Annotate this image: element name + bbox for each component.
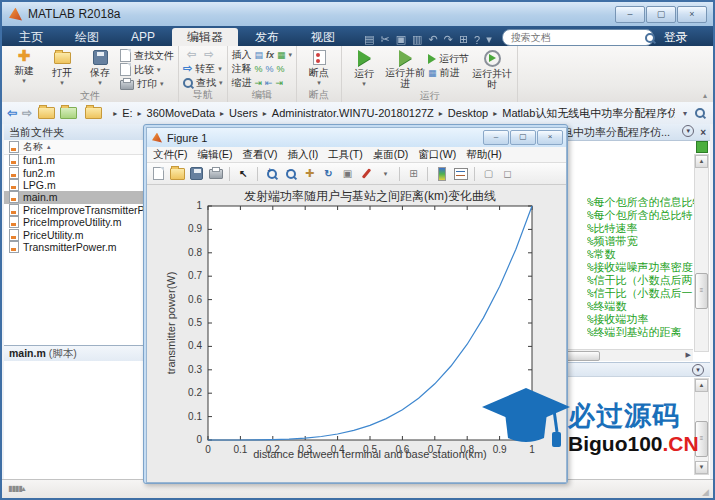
- zoom-in-icon[interactable]: +: [264, 166, 279, 181]
- rotate-3d-icon[interactable]: ↻: [321, 166, 336, 181]
- new-figure-icon[interactable]: [151, 166, 166, 181]
- forward-icon[interactable]: ⇨: [204, 48, 213, 61]
- pan-icon[interactable]: ✚: [302, 166, 317, 181]
- breadcrumb-item[interactable]: 360MoveData: [147, 107, 216, 119]
- goto-button[interactable]: ⇨ 转至▾: [183, 62, 222, 75]
- run-button[interactable]: 运行▾: [346, 48, 382, 86]
- file-row[interactable]: PriceImproveTransmitterPower.m: [4, 204, 154, 216]
- file-row[interactable]: main.m: [4, 191, 154, 203]
- figure-menu-5[interactable]: 桌面(D): [373, 148, 409, 162]
- data-cursor-icon[interactable]: ▣: [340, 166, 355, 181]
- breadcrumb-item[interactable]: Administrator.WIN7U-20180127Z: [272, 107, 434, 119]
- tab-5[interactable]: 视图: [296, 28, 350, 46]
- forward-nav-icon[interactable]: ⇨: [22, 106, 32, 120]
- file-row[interactable]: fun1.m: [4, 154, 154, 166]
- file-row[interactable]: PriceUtility.m: [4, 228, 154, 240]
- open-button[interactable]: 打开▾: [44, 48, 80, 85]
- paste-icon[interactable]: ▥: [412, 33, 422, 46]
- tab-4[interactable]: 发布: [240, 28, 294, 46]
- tab-0[interactable]: 主页: [4, 28, 58, 46]
- dropdown-icon[interactable]: ▾: [486, 33, 492, 46]
- back-nav-icon[interactable]: ⇦: [7, 106, 17, 120]
- redo-icon[interactable]: ↷: [444, 33, 453, 46]
- comment-button[interactable]: 注释 % % %: [232, 62, 285, 75]
- link-plots-icon[interactable]: ⊞: [406, 166, 421, 181]
- zoom-out-icon[interactable]: −: [283, 166, 298, 181]
- lower-panel-menu-icon[interactable]: ▾: [692, 364, 704, 376]
- name-column-header[interactable]: 名称 ▴: [4, 140, 154, 155]
- browse-folder-icon[interactable]: [60, 107, 77, 119]
- advance-button[interactable]: ▦ 前进: [428, 66, 469, 79]
- figure-titlebar[interactable]: Figure 1 – ▢ ×: [147, 128, 566, 147]
- scroll-up-icon[interactable]: ▲: [695, 155, 708, 168]
- minimize-button[interactable]: –: [615, 6, 645, 23]
- compare-button[interactable]: 比较▾: [120, 63, 174, 76]
- scroll-right-icon[interactable]: ▶: [686, 351, 691, 359]
- maximize-button[interactable]: ▢: [646, 6, 676, 23]
- editor-vscroll-thumb[interactable]: ≡: [695, 273, 708, 309]
- doc-search-box[interactable]: [502, 29, 654, 46]
- brush-dropdown-icon[interactable]: ▾: [378, 166, 393, 181]
- insert-colorbar-icon[interactable]: [434, 166, 449, 181]
- find-files-button[interactable]: 查找文件: [120, 49, 174, 62]
- breadcrumb-item[interactable]: Desktop: [448, 107, 488, 119]
- undo-icon[interactable]: ↶: [428, 33, 437, 46]
- breadcrumb-item[interactable]: E:: [122, 107, 132, 119]
- figure-menu-7[interactable]: 帮助(H): [466, 148, 502, 162]
- tab-2[interactable]: APP: [116, 28, 170, 46]
- figure-menu-6[interactable]: 窗口(W): [418, 148, 456, 162]
- indent-button[interactable]: 缩进 ⇥ ⇤ ⇥: [232, 76, 284, 89]
- pointer-icon[interactable]: ↖: [236, 166, 251, 181]
- search-icon[interactable]: [645, 33, 655, 43]
- dock-figure-icon[interactable]: ▢: [481, 166, 496, 181]
- editor-dock-icon[interactable]: ▾: [682, 125, 694, 137]
- figure-close-button[interactable]: ×: [537, 130, 563, 145]
- address-search-icon[interactable]: [695, 108, 705, 118]
- file-row[interactable]: TransmitterPower.m: [4, 241, 154, 253]
- up-folder-icon[interactable]: [38, 107, 55, 119]
- address-dropdown-icon[interactable]: ▾: [683, 109, 687, 118]
- find-button[interactable]: 查找▾: [183, 76, 223, 89]
- close-button[interactable]: ×: [677, 6, 707, 23]
- ribbon-collapse-icon[interactable]: ▴: [703, 91, 707, 100]
- cut-icon[interactable]: ✂: [380, 33, 389, 46]
- titlebar[interactable]: MATLAB R2018a – ▢ ×: [2, 2, 713, 27]
- figure-maximize-button[interactable]: ▢: [510, 130, 536, 145]
- help-icon[interactable]: ?: [474, 34, 480, 46]
- figure-minimize-button[interactable]: –: [483, 130, 509, 145]
- figure-menu-2[interactable]: 查看(V): [242, 148, 277, 162]
- back-icon[interactable]: ⇦: [187, 48, 196, 61]
- figure-menu-3[interactable]: 插入(I): [287, 148, 318, 162]
- run-advance-button[interactable]: 运行并前进: [384, 48, 426, 89]
- signin-button[interactable]: 登录: [664, 29, 688, 46]
- breadcrumb-item[interactable]: Matlab认知无线电中功率分配程序仿真: [502, 106, 675, 121]
- figure-menu-0[interactable]: 文件(F): [153, 148, 187, 162]
- community-icon[interactable]: ⊞: [459, 33, 468, 46]
- figure-menu-4[interactable]: 工具(T): [328, 148, 362, 162]
- undock-figure-icon[interactable]: ◻: [500, 166, 515, 181]
- tab-1[interactable]: 绘图: [60, 28, 114, 46]
- breakpoints-button[interactable]: 断点▾: [301, 48, 337, 85]
- file-row[interactable]: LPG.m: [4, 179, 154, 191]
- copy-icon[interactable]: ▣: [396, 33, 406, 46]
- code-analyzer-indicator[interactable]: [696, 141, 708, 153]
- minimized-strip-icon[interactable]: ▮▮▮▮▴: [8, 484, 25, 493]
- figure-menu-1[interactable]: 编辑(E): [197, 148, 232, 162]
- editor-close-icon[interactable]: ×: [700, 125, 706, 141]
- resize-grip-icon[interactable]: ◢: [702, 487, 709, 497]
- current-folder-title[interactable]: 当前文件夹: [4, 124, 154, 141]
- print-button[interactable]: 打印▾: [120, 77, 174, 90]
- brush-icon[interactable]: [359, 166, 374, 181]
- editor-vscrollbar[interactable]: ▲ ≡: [694, 154, 709, 352]
- insert-button[interactable]: 插入 ▤ fx ▦ ▾: [232, 48, 293, 61]
- print-figure-icon[interactable]: [208, 166, 223, 181]
- file-row[interactable]: PriceImproveUtility.m: [4, 216, 154, 228]
- new-button[interactable]: ✚ 新建▾: [6, 48, 42, 83]
- search-input[interactable]: [509, 31, 645, 44]
- save-icon[interactable]: ▤: [364, 33, 374, 46]
- insert-legend-icon[interactable]: [453, 166, 468, 181]
- save-figure-icon[interactable]: [189, 166, 204, 181]
- open-file-icon[interactable]: [170, 166, 185, 181]
- run-time-button[interactable]: 运行并计时: [471, 48, 513, 90]
- breadcrumb-item[interactable]: Users: [229, 107, 258, 119]
